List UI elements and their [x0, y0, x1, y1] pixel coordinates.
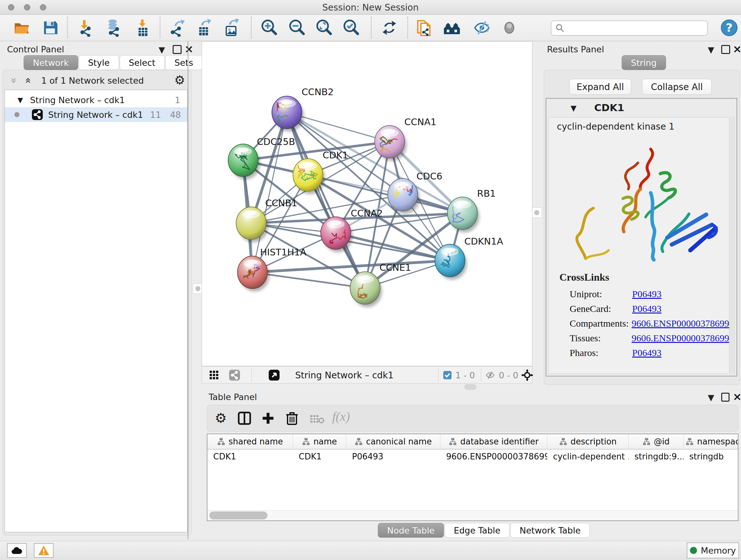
column-header--id[interactable]: @id — [629, 434, 684, 449]
function-builder-icon[interactable]: f(x) — [332, 409, 350, 424]
network-row[interactable]: String Network – cdk1 11 48 — [5, 107, 187, 122]
zoom-in-icon[interactable] — [260, 18, 278, 38]
table-hscrollbar-thumb[interactable] — [209, 511, 267, 519]
crosslink-label: Uniprot: — [569, 289, 632, 300]
search-input[interactable] — [565, 23, 703, 33]
node-hist1h1a[interactable] — [238, 256, 269, 292]
clone-network-icon[interactable] — [415, 18, 433, 38]
tab-network-table[interactable]: Network Table — [510, 523, 590, 538]
show-columns-icon[interactable] — [238, 412, 251, 425]
edge[interactable] — [253, 272, 365, 288]
column-header-namespace[interactable]: namespace — [684, 434, 738, 449]
node-cdkn1a[interactable] — [435, 244, 467, 280]
warning-button[interactable] — [34, 543, 54, 558]
tab-edge-table[interactable]: Edge Table — [445, 523, 510, 538]
close-panel-icon[interactable]: × — [185, 43, 194, 55]
network-options-gear-icon[interactable]: ⚙ — [174, 73, 185, 87]
node-ccna2[interactable] — [321, 217, 353, 252]
delete-column-icon[interactable] — [285, 411, 299, 426]
crosslink-value-link[interactable]: P06493 — [632, 303, 662, 314]
table-settings-gear-icon[interactable]: ⚙ — [215, 410, 227, 426]
help-icon[interactable]: ? — [720, 18, 738, 38]
crosslink-value-link[interactable]: 9606.ENSP00000378699 — [631, 318, 729, 329]
show-all-icon[interactable] — [500, 18, 519, 38]
network-view-icon[interactable] — [229, 369, 240, 381]
view-dot-icon — [14, 112, 19, 117]
tree-expand-caret-icon[interactable]: ▼ — [17, 96, 23, 104]
status-bar: Memory — [0, 541, 741, 560]
selected-checkbox-icon[interactable] — [443, 371, 452, 380]
results-scrollbar[interactable] — [729, 118, 734, 373]
column-header-database-identifier[interactable]: database identifier — [441, 434, 547, 449]
panel-menu-caret-icon[interactable]: ▼ — [158, 46, 165, 54]
tab-string[interactable]: String — [622, 55, 666, 70]
column-header-description[interactable]: description — [547, 434, 629, 449]
right-splitter-handle[interactable] — [532, 207, 542, 218]
toolbar-divider — [251, 17, 252, 38]
export-image-icon[interactable] — [222, 18, 241, 38]
memory-button[interactable]: Memory — [687, 543, 739, 558]
pan-crosshair-icon[interactable] — [521, 369, 533, 381]
crosslink-row: GeneCard:P06493 — [569, 301, 729, 316]
hide-selected-icon[interactable] — [473, 18, 491, 38]
column-header-canonical-name[interactable]: canonical name — [346, 434, 441, 449]
node-rb1[interactable] — [448, 197, 479, 233]
birdseye-view-icon[interactable] — [268, 369, 280, 381]
clear-table-icon[interactable] — [310, 414, 325, 424]
table-row[interactable]: CDK1CDK1P064939606.ENSP00000378699cyclin… — [207, 449, 738, 463]
zoom-fit-icon[interactable] — [315, 18, 333, 38]
collapse-all-networks-icon[interactable]: » — [8, 77, 20, 84]
panel-menu-caret-icon[interactable]: ▼ — [708, 393, 714, 401]
column-header-label: namespace — [697, 437, 738, 446]
close-panel-icon[interactable]: × — [733, 43, 741, 55]
grid-view-icon[interactable] — [209, 370, 219, 380]
crosslink-value-link[interactable]: P06493 — [632, 289, 662, 300]
crosslink-row: Compartments:9606.ENSP00000378699 — [569, 316, 729, 331]
cloud-button[interactable] — [7, 543, 27, 558]
import-network-database-icon[interactable] — [104, 18, 123, 38]
crosslink-value-link[interactable]: P06493 — [632, 348, 662, 358]
float-panel-icon[interactable] — [173, 45, 182, 54]
add-column-icon[interactable] — [261, 412, 275, 425]
node-ccnb2[interactable] — [272, 96, 304, 132]
tab-network[interactable]: Network — [23, 55, 78, 70]
node-ccna1[interactable] — [375, 125, 407, 161]
save-session-icon[interactable] — [41, 18, 60, 38]
import-network-file-icon[interactable] — [77, 18, 95, 38]
float-panel-icon[interactable] — [721, 393, 730, 401]
tab-sets[interactable]: Sets — [165, 55, 202, 70]
table-cell: cyclin-dependent ... — [547, 449, 629, 463]
close-panel-icon[interactable]: × — [733, 390, 741, 403]
node-cdk1[interactable] — [293, 159, 325, 194]
column-header-label: description — [570, 437, 617, 446]
panel-menu-caret-icon[interactable]: ▼ — [708, 46, 714, 54]
open-session-icon[interactable] — [12, 18, 31, 38]
table-cell: 9606.ENSP00000378699 — [441, 449, 547, 463]
search-field[interactable] — [551, 20, 708, 36]
node-ccnb1[interactable] — [236, 207, 268, 242]
crosslink-value-link[interactable]: 9606.ENSP00000378699 — [631, 333, 729, 344]
node-cdc25b[interactable] — [228, 144, 260, 179]
float-panel-icon[interactable] — [721, 45, 730, 54]
column-header-shared-name[interactable]: shared name — [207, 434, 293, 449]
export-network-icon[interactable] — [168, 18, 186, 38]
gene-description: cyclin-dependent kinase 1 — [557, 121, 675, 132]
column-header-name[interactable]: name — [293, 434, 346, 449]
toolbar-divider — [371, 17, 372, 38]
crosslink-label: Pharos: — [569, 348, 632, 358]
first-neighbors-icon[interactable] — [443, 18, 461, 38]
section-collapse-caret-icon[interactable]: ▼ — [570, 104, 576, 113]
tab-select[interactable]: Select — [120, 55, 165, 70]
tab-node-table[interactable]: Node Table — [378, 523, 444, 538]
export-table-icon[interactable] — [195, 18, 213, 38]
import-table-icon[interactable] — [134, 18, 152, 38]
collapse-all-button[interactable]: Collapse All — [642, 79, 712, 95]
refresh-layout-icon[interactable] — [380, 18, 399, 38]
edge[interactable] — [287, 112, 365, 288]
network-canvas[interactable]: CCNB2CCNA1CDC25BCDK1CDC6RB1CCNB1CCNA2CDK… — [202, 41, 532, 366]
network-collection-row[interactable]: ▼ String Network – cdk1 1 — [5, 92, 187, 107]
tab-style[interactable]: Style — [79, 55, 119, 70]
zoom-selected-icon[interactable] — [342, 18, 360, 38]
zoom-out-icon[interactable] — [287, 18, 306, 38]
expand-all-button[interactable]: Expand All — [569, 79, 631, 95]
